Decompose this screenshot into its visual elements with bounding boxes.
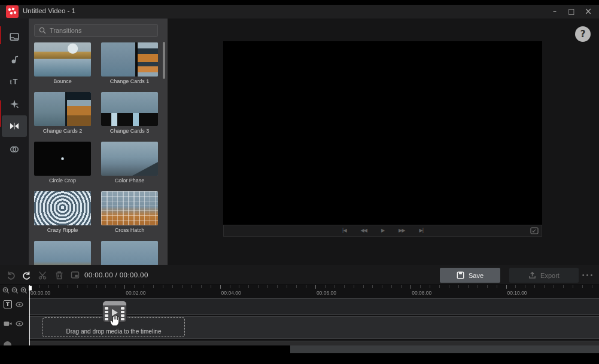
transition-thumbnail[interactable] <box>34 142 91 176</box>
sidebar-item-effects[interactable] <box>2 93 27 115</box>
transition-thumbnail[interactable] <box>101 191 158 225</box>
ruler-tick <box>391 285 392 288</box>
skip-to-end-button[interactable]: ▶| <box>419 228 423 233</box>
ruler-label: 00:08.00 <box>412 290 431 296</box>
sidebar-item-transitions[interactable] <box>2 115 27 137</box>
play-button[interactable]: ▶ <box>381 228 384 233</box>
maximize-button[interactable]: □ <box>563 5 580 19</box>
playback-controls: |◀◀◀▶▶▶▶| <box>223 225 542 237</box>
ruler-tick <box>401 285 402 288</box>
video-canvas <box>223 41 542 225</box>
sidebar-item-elements[interactable] <box>2 139 27 160</box>
ruler-tick <box>153 285 154 288</box>
ruler-label: 00:10.00 <box>507 290 527 296</box>
panel-scrollbar[interactable] <box>163 42 165 79</box>
transition-item-crazy-ripple[interactable]: Crazy Ripple <box>34 191 91 233</box>
transition-item-cards3[interactable]: Change Cards 3 <box>101 92 158 134</box>
ruler-tick <box>115 285 115 288</box>
transition-thumbnail[interactable] <box>34 92 91 126</box>
transition-item-cards1[interactable]: Change Cards 1 <box>101 42 158 84</box>
app-window: Untitled Video - 1 –□× tT BounceChange C… <box>0 0 599 364</box>
search-box[interactable] <box>34 24 158 37</box>
transition-label: Color Phase <box>101 178 158 183</box>
pip-button[interactable] <box>70 270 80 280</box>
timeline-ruler[interactable]: 00:00.0000:02.0000:04.0000:06.0000:08.00… <box>29 285 599 298</box>
transition-item-partial1[interactable] <box>34 241 91 265</box>
zoom-out-icon[interactable] <box>11 287 19 294</box>
timeline: T 00:00.0000:02.0000:04.0000:06.0000:08.… <box>0 285 599 345</box>
app-logo-icon <box>6 5 19 18</box>
transition-thumbnail[interactable] <box>101 241 158 265</box>
ruler-tick <box>163 285 163 288</box>
ruler-tick <box>87 285 87 288</box>
ruler-tick <box>58 285 59 288</box>
media-icon <box>10 32 19 41</box>
preview-panel: ? |◀◀◀▶▶▶▶| <box>168 19 599 265</box>
transition-thumbnail[interactable] <box>34 42 91 77</box>
ruler-tick <box>315 285 316 289</box>
ruler-tick <box>134 285 135 288</box>
ruler-tick <box>77 285 78 288</box>
text-track-icon[interactable]: T <box>4 300 12 308</box>
ruler-tick <box>191 285 192 288</box>
zoom-in-icon[interactable] <box>2 287 10 294</box>
ruler-tick <box>449 285 449 288</box>
cut-button[interactable] <box>38 270 48 280</box>
transition-thumbnail[interactable] <box>34 191 91 225</box>
fast-forward-button[interactable]: ▶▶ <box>399 228 405 233</box>
minimize-button[interactable]: – <box>546 5 563 19</box>
window-title: Untitled Video - 1 <box>23 7 75 14</box>
ruler-tick <box>468 285 469 288</box>
ruler-tick <box>592 285 592 288</box>
transition-label: Circle Crop <box>34 178 91 183</box>
video-track-controls <box>4 321 23 326</box>
snapshot-icon[interactable] <box>530 227 539 234</box>
save-icon <box>457 271 464 279</box>
titles-icon: tT <box>10 77 20 85</box>
delete-button[interactable] <box>54 270 64 280</box>
ruler-label: 00:04.00 <box>221 290 241 296</box>
playhead-handle[interactable] <box>29 286 32 290</box>
eye-icon[interactable] <box>16 321 23 326</box>
transition-thumbnail[interactable] <box>101 92 158 126</box>
undo-button[interactable] <box>5 270 16 280</box>
sidebar-item-media[interactable] <box>2 26 27 47</box>
eye-icon[interactable] <box>16 302 23 307</box>
bottom-scrollbar[interactable] <box>290 345 599 353</box>
title-bar: Untitled Video - 1 –□× <box>0 5 599 19</box>
timeline-bottom-strip <box>29 341 599 345</box>
ruler-tick <box>563 285 564 288</box>
ruler-tick <box>439 285 440 288</box>
close-button[interactable]: × <box>580 5 597 19</box>
video-camera-icon[interactable] <box>4 321 12 326</box>
transition-label: Crazy Ripple <box>34 227 91 233</box>
timeline-zoom-controls <box>2 287 28 294</box>
transition-item-bounce[interactable]: Bounce <box>34 42 91 84</box>
redo-button[interactable] <box>22 270 32 280</box>
transition-item-circle-crop[interactable]: Circle Crop <box>34 142 91 183</box>
more-options-button[interactable]: ••• <box>580 268 595 283</box>
zoom-fit-icon[interactable] <box>20 287 28 294</box>
sidebar-item-titles[interactable]: tT <box>2 71 27 92</box>
rewind-button[interactable]: ◀◀ <box>361 228 367 233</box>
sidebar-item-audio[interactable] <box>2 48 27 70</box>
help-button[interactable]: ? <box>575 26 591 42</box>
transition-label: Change Cards 1 <box>101 78 158 84</box>
ruler-tick <box>182 285 183 288</box>
transition-thumbnail[interactable] <box>101 42 158 77</box>
transition-thumbnail[interactable] <box>34 241 91 265</box>
audio-track-icon[interactable] <box>4 341 11 345</box>
export-button[interactable]: Export <box>509 268 579 283</box>
svg-text:T: T <box>13 77 17 85</box>
transition-item-partial2[interactable] <box>101 241 158 265</box>
playhead[interactable] <box>29 285 30 345</box>
transition-thumbnail[interactable] <box>101 142 158 176</box>
transition-item-cross-hatch[interactable]: Cross Hatch <box>101 191 158 233</box>
skip-to-start-button[interactable]: |◀ <box>342 228 346 233</box>
save-button[interactable]: Save <box>440 268 500 283</box>
transition-item-color-phase[interactable]: Color Phase <box>101 142 158 183</box>
ruler-tick <box>335 285 335 288</box>
search-icon <box>39 27 46 34</box>
transition-item-cards2[interactable]: Change Cards 2 <box>34 92 91 134</box>
search-input[interactable] <box>50 27 153 34</box>
